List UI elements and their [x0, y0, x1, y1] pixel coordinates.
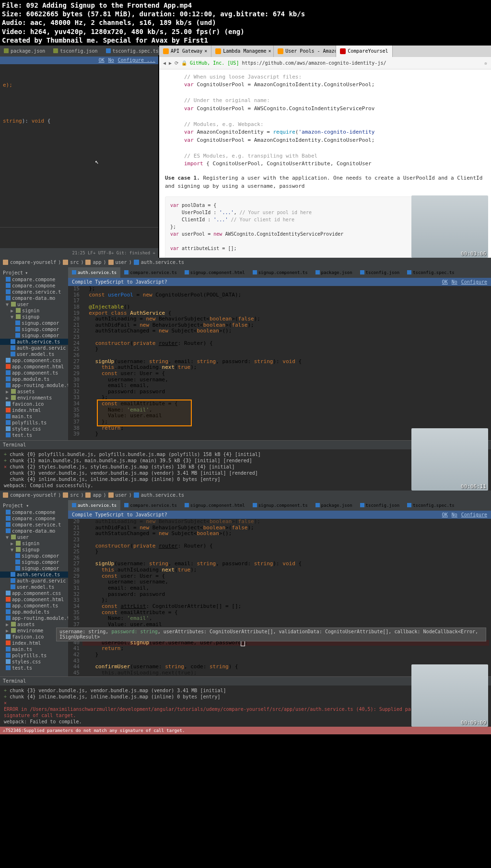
timestamp: 00:09:09	[461, 720, 486, 726]
editor-tab[interactable]: signup.component.ts	[249, 500, 312, 511]
sidebar-item[interactable]: polyfills.ts	[0, 652, 68, 659]
plus-icon[interactable]: +	[4, 451, 7, 457]
sidebar-item[interactable]: compare-data.mo	[0, 528, 68, 534]
editor-tab[interactable]: package.json	[312, 267, 356, 278]
breadcrumb: compare-yourself ⟩ src ⟩ app ⟩ user ⟩ au…	[0, 491, 491, 500]
sidebar-item[interactable]: ▶signin	[0, 540, 68, 547]
reload-icon[interactable]: ⟳	[175, 60, 178, 66]
editor-tab[interactable]: tsconfig.json	[356, 267, 403, 278]
sidebar-item[interactable]: ▶signin	[0, 308, 68, 314]
sidebar-item[interactable]: polyfills.ts	[0, 420, 68, 426]
site-identity: GitHub, Inc. [US]	[190, 60, 239, 66]
tab-package-json[interactable]: package.json	[0, 47, 49, 55]
editor-tab[interactable]: tsconfig.spec.ts	[403, 267, 458, 278]
prompt-no[interactable]: No	[108, 57, 114, 63]
editor-tab[interactable]: auth.service.ts	[68, 500, 120, 511]
star-icon[interactable]: ☆	[484, 60, 487, 66]
sidebar-item[interactable]: signup.compor	[0, 565, 68, 571]
editor-tab[interactable]: tsconfig.json	[356, 500, 403, 511]
editor-tab[interactable]: auth.service.ts	[68, 267, 120, 278]
error-footer: ⚠ TS2346:Supplied parameters do not matc…	[0, 727, 491, 734]
sidebar-item[interactable]: auth.service.ts	[0, 571, 68, 578]
browser-tab[interactable]: Lambda Manageme×	[211, 46, 274, 57]
back-icon[interactable]: ◀	[163, 60, 166, 66]
editor-tab[interactable]: signup.component.html	[181, 267, 249, 278]
sidebar-item[interactable]: app.component.ts	[0, 603, 68, 609]
sidebar-item[interactable]: compare.compone	[0, 276, 68, 283]
sidebar-item[interactable]: auth.service.ts	[0, 339, 68, 345]
project-header[interactable]: Project ▾	[0, 269, 68, 276]
prompt-ok[interactable]: OK	[99, 57, 105, 63]
project-header[interactable]: Project ▾	[0, 502, 68, 509]
prompt-configure[interactable]: Configure ...	[118, 57, 155, 63]
sidebar-item[interactable]: app-routing.module.t	[0, 615, 68, 621]
sidebar-item[interactable]: signup.compor	[0, 553, 68, 559]
sidebar-item[interactable]: signup.compor	[0, 559, 68, 565]
tab-tsconfig-spec[interactable]: tsconfig.spec.ts	[102, 47, 163, 55]
sidebar-item[interactable]: ▼user	[0, 534, 68, 540]
editor-tab[interactable]: compare.service.ts	[120, 267, 181, 278]
sidebar-item[interactable]: app.component.html	[0, 596, 68, 603]
prompt-configure[interactable]: Configure	[461, 512, 487, 517]
tab-tsconfig-json[interactable]: tsconfig.json	[49, 47, 101, 55]
sidebar-item[interactable]: app.component.ts	[0, 370, 68, 376]
sidebar-item[interactable]: app.component.html	[0, 364, 68, 370]
browser-tab-active[interactable]: CompareYoursel	[336, 46, 392, 57]
sidebar-item[interactable]: app.component.css	[0, 357, 68, 364]
editor-tab[interactable]: signup.component.html	[181, 500, 249, 511]
close-icon[interactable]: ×	[4, 464, 7, 470]
sidebar-item[interactable]: styles.css	[0, 426, 68, 432]
sidebar-item[interactable]: ▶environments	[0, 395, 68, 401]
sidebar-item[interactable]: compare-data.mo	[0, 295, 68, 301]
sidebar-item[interactable]: compare.service.t	[0, 522, 68, 528]
sidebar-item[interactable]: ▼user	[0, 301, 68, 308]
sidebar-item[interactable]: auth-guard.servic	[0, 578, 68, 584]
sidebar-item[interactable]: user.model.ts	[0, 584, 68, 590]
project-sidebar[interactable]: Project ▾ compare.componecompare.compone…	[0, 500, 68, 676]
project-sidebar[interactable]: Project ▾ compare.componecompare.compone…	[0, 267, 68, 440]
forward-icon[interactable]: ▶	[169, 60, 172, 66]
sidebar-item[interactable]: main.ts	[0, 646, 68, 652]
prompt-ok[interactable]: OK	[442, 512, 448, 517]
sidebar-item[interactable]: ▶assets	[0, 621, 68, 628]
prompt-no[interactable]: No	[452, 512, 457, 517]
sidebar-item[interactable]: app.module.ts	[0, 609, 68, 615]
sidebar-item[interactable]: signup.compor	[0, 326, 68, 332]
sidebar-item[interactable]: compare.compone	[0, 515, 68, 522]
sidebar-item[interactable]: user.model.ts	[0, 351, 68, 357]
code-editor[interactable]: e); string): void { ↖	[0, 64, 158, 227]
sidebar-item[interactable]: favicon.ico	[0, 401, 68, 407]
sidebar-item[interactable]: compare.service.t	[0, 289, 68, 295]
browser-tab[interactable]: User Pools - Amazo×	[274, 46, 336, 57]
code-editor[interactable]: 15 16 17 18 19 20 21 22 23 24 25 26 27 2…	[68, 286, 491, 437]
code-editor[interactable]: 20 21 22 23 24 25 26 27 28 29 30 31 32 3…	[68, 519, 491, 676]
sidebar-item[interactable]: app.module.ts	[0, 376, 68, 382]
editor-tab[interactable]: package.json	[312, 500, 356, 511]
sidebar-item[interactable]: auth-guard.servic	[0, 345, 68, 351]
sidebar-item[interactable]: index.html	[0, 407, 68, 413]
browser-tab[interactable]: API Gateway×	[159, 46, 211, 57]
sidebar-item[interactable]: compare.compone	[0, 509, 68, 515]
terminal-label: Terminal	[3, 442, 26, 447]
sidebar-item[interactable]: app-routing.module.t	[0, 382, 68, 388]
sidebar-item[interactable]: main.ts	[0, 413, 68, 420]
editor-tab[interactable]: compare.service.ts	[120, 500, 181, 511]
url-field[interactable]: https://github.com/aws/amazon-cognito-id…	[242, 60, 481, 66]
sidebar-item[interactable]: ▼signup	[0, 547, 68, 553]
editor-tab[interactable]: tsconfig.spec.ts	[403, 500, 458, 511]
prompt-configure[interactable]: Configure	[461, 279, 487, 285]
sidebar-item[interactable]: signup.compor	[0, 332, 68, 339]
sidebar-item[interactable]: test.ts	[0, 665, 68, 671]
sidebar-item[interactable]: compare.compone	[0, 283, 68, 289]
file-creator: Created by Thumbnail me. Special for Ava…	[2, 36, 489, 45]
sidebar-item[interactable]: signup.compor	[0, 320, 68, 326]
sidebar-item[interactable]: app.component.css	[0, 590, 68, 596]
prompt-ok[interactable]: OK	[442, 279, 448, 285]
sidebar-item[interactable]: ▶assets	[0, 388, 68, 395]
presenter-camera: 00:09:09	[411, 664, 488, 727]
sidebar-item[interactable]: styles.css	[0, 659, 68, 665]
prompt-no[interactable]: No	[452, 279, 457, 285]
sidebar-item[interactable]: test.ts	[0, 432, 68, 438]
editor-tab[interactable]: signup.component.ts	[249, 267, 312, 278]
sidebar-item[interactable]: ▼signup	[0, 314, 68, 320]
